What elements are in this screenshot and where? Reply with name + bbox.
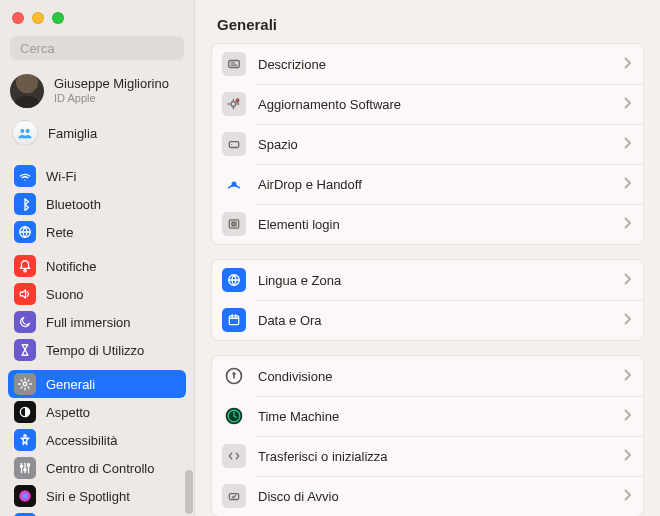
chevron-right-icon <box>623 313 631 328</box>
bluetooth-icon <box>14 193 36 215</box>
chevron-right-icon <box>623 97 631 112</box>
sidebar-item-generali[interactable]: Generali <box>8 370 186 398</box>
sidebar-item-label: Tempo di Utilizzo <box>46 343 144 358</box>
settings-row-condivisione[interactable]: Condivisione <box>212 356 643 396</box>
svg-point-26 <box>231 144 232 145</box>
apple-id-row[interactable]: Giuseppe Migliorino ID Apple <box>0 66 194 116</box>
svg-point-9 <box>24 435 26 437</box>
content-pane: Generali Descrizione1Aggiornamento Softw… <box>195 0 660 516</box>
sidebar-item-label: Bluetooth <box>46 197 101 212</box>
sidebar-item-rete[interactable]: Rete <box>8 218 186 246</box>
sidebar-item-label: Aspetto <box>46 405 90 420</box>
svg-point-13 <box>20 465 22 467</box>
sidebar-item-bluetooth[interactable]: Bluetooth <box>8 190 186 218</box>
settings-row-label: Lingua e Zona <box>258 273 623 288</box>
airdrop-icon <box>222 172 246 196</box>
sidebar-item-label: Wi-Fi <box>46 169 76 184</box>
page-title: Generali <box>211 14 644 43</box>
svg-point-2 <box>20 129 24 133</box>
sidebar-item-label: Centro di Controllo <box>46 461 154 476</box>
family-label: Famiglia <box>48 126 97 141</box>
settings-row-label: Spazio <box>258 137 623 152</box>
search-field[interactable] <box>10 36 184 60</box>
settings-row-label: Data e Ora <box>258 313 623 328</box>
sidebar-item-privacy[interactable]: Privacy e sicurezza <box>8 510 186 516</box>
settings-row-timemachine[interactable]: Time Machine <box>212 396 643 436</box>
settings-group: Lingua e ZonaData e Ora <box>211 259 644 341</box>
settings-row-label: Aggiornamento Software <box>258 97 623 112</box>
globe-icon <box>14 221 36 243</box>
svg-rect-33 <box>229 316 238 325</box>
settings-row-discoavvio[interactable]: Disco di Avvio <box>212 476 643 516</box>
chevron-right-icon <box>623 217 631 232</box>
disk-icon <box>222 132 246 156</box>
sidebar-list: Wi-FiBluetoothReteNotificheSuonoFull imm… <box>0 156 194 516</box>
settings-row-trasferisci[interactable]: Trasferisci o inizializza <box>212 436 643 476</box>
scrollbar-thumb[interactable] <box>185 470 193 514</box>
access-icon <box>14 429 36 451</box>
sidebar-item-tempo[interactable]: Tempo di Utilizzo <box>8 336 186 364</box>
info-card-icon <box>222 52 246 76</box>
sidebar-item-aspetto[interactable]: Aspetto <box>8 398 186 426</box>
settings-group: CondivisioneTime MachineTrasferisci o in… <box>211 355 644 516</box>
sidebar: Giuseppe Migliorino ID Apple Famiglia Wi… <box>0 0 195 516</box>
timemachine-icon <box>222 404 246 428</box>
aspect-icon <box>14 401 36 423</box>
wifi-icon <box>14 165 36 187</box>
sidebar-item-siri[interactable]: Siri e Spotlight <box>8 482 186 510</box>
sidebar-item-controllo[interactable]: Centro di Controllo <box>8 454 186 482</box>
share-icon <box>222 364 246 388</box>
globe-icon <box>222 268 246 292</box>
settings-row-lingua[interactable]: Lingua e Zona <box>212 260 643 300</box>
settings-row-aggiornamento[interactable]: 1Aggiornamento Software <box>212 84 643 124</box>
sidebar-item-label: Siri e Spotlight <box>46 489 130 504</box>
settings-row-airdrop[interactable]: AirDrop e Handoff <box>212 164 643 204</box>
svg-point-15 <box>27 464 29 466</box>
calendar-icon <box>222 308 246 332</box>
settings-row-spazio[interactable]: Spazio <box>212 124 643 164</box>
settings-row-label: Disco di Avvio <box>258 489 623 504</box>
list-icon <box>222 212 246 236</box>
svg-point-4 <box>24 179 25 180</box>
minimize-window-button[interactable] <box>32 12 44 24</box>
sidebar-item-suono[interactable]: Suono <box>8 280 186 308</box>
settings-row-label: Trasferisci o inizializza <box>258 449 623 464</box>
sidebar-item-wifi[interactable]: Wi-Fi <box>8 162 186 190</box>
chevron-right-icon <box>623 57 631 72</box>
settings-group: Descrizione1Aggiornamento SoftwareSpazio… <box>211 43 644 245</box>
hourglass-icon <box>14 339 36 361</box>
chevron-right-icon <box>623 489 631 504</box>
svg-point-3 <box>26 129 30 133</box>
zoom-window-button[interactable] <box>52 12 64 24</box>
settings-row-label: Elementi login <box>258 217 623 232</box>
settings-row-descrizione[interactable]: Descrizione <box>212 44 643 84</box>
sidebar-item-label: Suono <box>46 287 84 302</box>
startup-icon <box>222 484 246 508</box>
sidebar-item-label: Rete <box>46 225 73 240</box>
close-window-button[interactable] <box>12 12 24 24</box>
svg-rect-25 <box>229 142 238 148</box>
sidebar-item-label: Generali <box>46 377 95 392</box>
settings-row-dataora[interactable]: Data e Ora <box>212 300 643 340</box>
arrows-icon <box>222 444 246 468</box>
chevron-right-icon <box>623 449 631 464</box>
settings-row-label: AirDrop e Handoff <box>258 177 623 192</box>
family-icon <box>12 120 38 146</box>
moon-icon <box>14 311 36 333</box>
sliders-icon <box>14 457 36 479</box>
search-input[interactable] <box>20 41 188 56</box>
sidebar-item-label: Notifiche <box>46 259 97 274</box>
sidebar-item-notifiche[interactable]: Notifiche <box>8 252 186 280</box>
family-row[interactable]: Famiglia <box>0 116 194 156</box>
sidebar-item-focus[interactable]: Full immersion <box>8 308 186 336</box>
svg-point-6 <box>24 270 26 272</box>
svg-point-7 <box>23 382 27 386</box>
chevron-right-icon <box>623 273 631 288</box>
chevron-right-icon <box>623 137 631 152</box>
user-sub: ID Apple <box>54 92 169 105</box>
sidebar-item-access[interactable]: Accessibilità <box>8 426 186 454</box>
svg-rect-19 <box>229 61 240 68</box>
chevron-right-icon <box>623 369 631 384</box>
settings-row-login[interactable]: Elementi login <box>212 204 643 244</box>
avatar <box>10 74 44 108</box>
